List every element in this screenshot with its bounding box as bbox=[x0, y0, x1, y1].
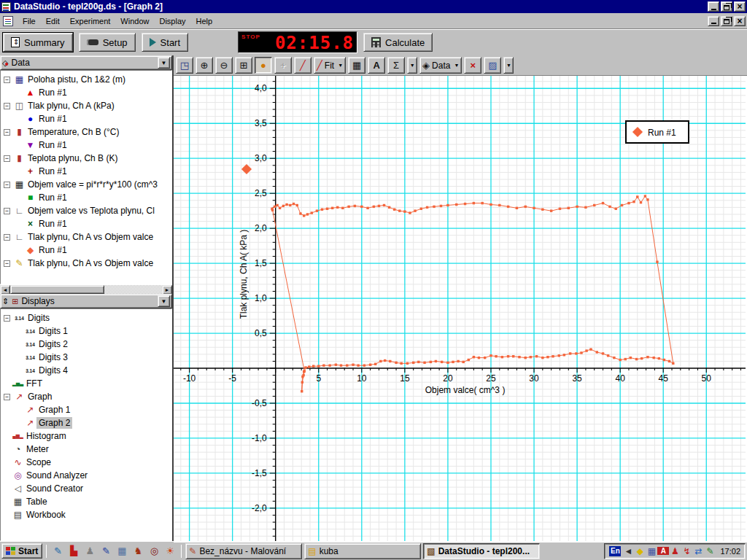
menu-display[interactable]: Display bbox=[154, 15, 190, 28]
quick-launch-icon-1[interactable]: ✎ bbox=[50, 544, 65, 559]
tree-row[interactable]: 3.14Digits 4 bbox=[1, 364, 171, 377]
tree-row[interactable]: ▼Run #1 bbox=[1, 139, 171, 152]
menu-edit[interactable]: Edit bbox=[41, 15, 65, 28]
menu-window[interactable]: Window bbox=[115, 15, 154, 28]
volume-icon[interactable]: ◄ bbox=[622, 546, 634, 556]
delete-button[interactable]: × bbox=[464, 57, 481, 74]
tree-row[interactable]: −◫Tlak plynu, Ch A (kPa) bbox=[1, 99, 171, 112]
tree-row[interactable]: −▮Teplota plynu, Ch B (K) bbox=[1, 152, 171, 165]
scale-to-fit-button[interactable]: ◳ bbox=[176, 57, 193, 74]
tree-row[interactable]: 3.14Digits 1 bbox=[1, 324, 171, 338]
tree-row[interactable]: +Run #1 bbox=[1, 165, 171, 178]
graph-settings-button[interactable]: ▨ bbox=[484, 57, 501, 74]
task-paint[interactable]: ✎Bez_názvu - Malování bbox=[185, 543, 302, 559]
tree-row[interactable]: ◆Run #1 bbox=[1, 244, 171, 257]
collapse-toggle[interactable]: − bbox=[4, 234, 10, 241]
statistics-button-dropdown[interactable]: ▼ bbox=[407, 57, 417, 74]
collapse-toggle[interactable]: − bbox=[4, 129, 10, 136]
slope-tool-button[interactable]: ╱ bbox=[294, 57, 311, 74]
tray-pen-icon[interactable]: ✎ bbox=[704, 546, 716, 556]
graph-window-icon[interactable] bbox=[3, 16, 13, 26]
zoom-in-button[interactable]: ⊕ bbox=[196, 57, 213, 74]
quick-launch-icon-2[interactable]: ▙ bbox=[66, 544, 81, 559]
tray-diamond-icon[interactable]: ◆ bbox=[634, 546, 646, 556]
menu-file[interactable]: File bbox=[18, 15, 41, 28]
smart-tool-button[interactable]: + bbox=[274, 57, 292, 74]
quick-launch-icon-8[interactable]: ☀ bbox=[163, 544, 177, 559]
displays-panel-menu-button[interactable]: ▼ bbox=[158, 295, 170, 307]
calculate-button[interactable]: Calculate bbox=[363, 33, 433, 52]
collapse-toggle[interactable]: − bbox=[4, 315, 10, 322]
tray-scheduler-icon[interactable]: ▦ bbox=[646, 546, 657, 556]
tray-sync-icon[interactable]: ⇄ bbox=[692, 546, 704, 556]
child-minimize-button[interactable] bbox=[708, 16, 719, 26]
data-dropdown-button[interactable]: ◈Data▼ bbox=[419, 57, 462, 74]
tree-row[interactable]: ◁Sound Creator bbox=[1, 482, 171, 495]
setup-button[interactable]: Setup bbox=[79, 33, 136, 52]
tree-row[interactable]: −▮Temperature, Ch B (°C) bbox=[1, 125, 171, 139]
tree-row[interactable]: −✎Tlak plynu, Ch A vs Objem valce bbox=[1, 257, 171, 270]
minimize-button[interactable] bbox=[708, 1, 719, 12]
quick-launch-icon-7[interactable]: ◎ bbox=[147, 544, 161, 559]
tree-row[interactable]: ▂▅▃FFT bbox=[1, 377, 171, 390]
legend[interactable]: Run #1 bbox=[626, 121, 689, 143]
tree-row[interactable]: −▦Objem valce = pi*r*r*y*100 (cm^3 bbox=[1, 178, 171, 191]
tree-row[interactable]: ■Run #1 bbox=[1, 191, 171, 204]
tree-row[interactable]: ↗Graph 2 bbox=[1, 416, 171, 429]
tree-row[interactable]: ∿Scope bbox=[1, 456, 171, 469]
close-button[interactable]: × bbox=[734, 1, 746, 12]
start-menu-button[interactable]: Start bbox=[1, 543, 42, 559]
scrollbar-thumb[interactable] bbox=[10, 285, 104, 294]
tree-row[interactable]: ◎Sound Analyzer bbox=[1, 469, 171, 482]
tree-row[interactable]: ▄▆▂Histogram bbox=[1, 429, 171, 443]
tree-row[interactable]: −↗Graph bbox=[1, 390, 171, 403]
zoom-select-button[interactable]: ⊞ bbox=[235, 57, 252, 74]
fit-dropdown-button[interactable]: ╱Fit▼ bbox=[314, 57, 346, 74]
data-panel-menu-button[interactable]: ▼ bbox=[158, 57, 170, 69]
tray-agent-icon[interactable]: ♟ bbox=[669, 546, 681, 556]
quick-launch-icon-4[interactable]: ✎ bbox=[98, 544, 113, 559]
tree-row[interactable]: 3.14Digits 2 bbox=[1, 338, 171, 351]
tree-row[interactable]: ◔Meter bbox=[1, 443, 171, 456]
quick-launch-icon-5[interactable]: ▦ bbox=[115, 544, 129, 559]
pane-splitter-icon[interactable]: ⇕ bbox=[2, 297, 9, 306]
summary-button[interactable]: Summary bbox=[3, 33, 73, 52]
start-button[interactable]: Start bbox=[142, 33, 188, 52]
collapse-toggle[interactable]: − bbox=[4, 182, 10, 188]
tree-row[interactable]: −∟Tlak plynu, Ch A vs Objem valce bbox=[1, 230, 171, 244]
graph-display-area[interactable]: -10-55101520253035404550-2,0-1,5-1,0-0,5… bbox=[174, 76, 747, 542]
tree-row[interactable]: ▦Table bbox=[1, 495, 171, 508]
statistics-button[interactable]: Σ bbox=[387, 57, 405, 74]
language-indicator[interactable]: En bbox=[609, 546, 621, 556]
menu-experiment[interactable]: Experiment bbox=[65, 15, 116, 28]
tree-row[interactable]: ▲Run #1 bbox=[1, 86, 171, 99]
quick-launch-icon-3[interactable]: ♟ bbox=[82, 544, 97, 559]
tree-row[interactable]: ●Run #1 bbox=[1, 112, 171, 125]
tree-row[interactable]: −∟Objem valce vs Teplota plynu, Cl bbox=[1, 204, 171, 217]
axes-lock-button[interactable]: ● bbox=[255, 57, 272, 74]
collapse-toggle[interactable]: − bbox=[4, 155, 10, 162]
collapse-toggle[interactable]: − bbox=[4, 208, 10, 214]
collapse-toggle[interactable]: − bbox=[4, 260, 10, 267]
text-tool-button[interactable]: A bbox=[368, 57, 385, 74]
quick-launch-icon-6[interactable]: ♞ bbox=[131, 544, 145, 559]
menu-help[interactable]: Help bbox=[191, 15, 218, 28]
collapse-toggle[interactable]: − bbox=[4, 77, 10, 83]
tray-power-icon[interactable]: ↯ bbox=[681, 546, 692, 556]
taskbar-clock[interactable]: 17:02 bbox=[720, 547, 740, 556]
task-folder-kuba[interactable]: ▤kuba bbox=[304, 543, 421, 559]
calculator-tool-button[interactable]: ▦ bbox=[348, 57, 365, 74]
graph-settings-button-dropdown[interactable]: ▼ bbox=[503, 57, 514, 74]
tree-row[interactable]: −3.14Digits bbox=[1, 311, 171, 324]
tree-row[interactable]: ×Run #1 bbox=[1, 217, 171, 230]
collapse-toggle[interactable]: − bbox=[4, 103, 10, 109]
tray-ati-icon[interactable]: A bbox=[657, 547, 669, 555]
task-datastudio[interactable]: ▧DataStudio - tepl200... bbox=[423, 543, 540, 559]
collapse-toggle[interactable]: − bbox=[4, 394, 10, 400]
restore-button[interactable] bbox=[721, 1, 732, 12]
chart-canvas[interactable]: -10-55101520253035404550-2,0-1,5-1,0-0,5… bbox=[174, 76, 746, 541]
tree-row[interactable]: −▦Poloha pistu, Ch 1&2 (m) bbox=[1, 73, 171, 86]
scrollbar-track[interactable] bbox=[10, 285, 162, 294]
tree-row[interactable]: ↗Graph 1 bbox=[1, 403, 171, 416]
data-tree-hscrollbar[interactable]: ◄ ► bbox=[0, 284, 172, 294]
